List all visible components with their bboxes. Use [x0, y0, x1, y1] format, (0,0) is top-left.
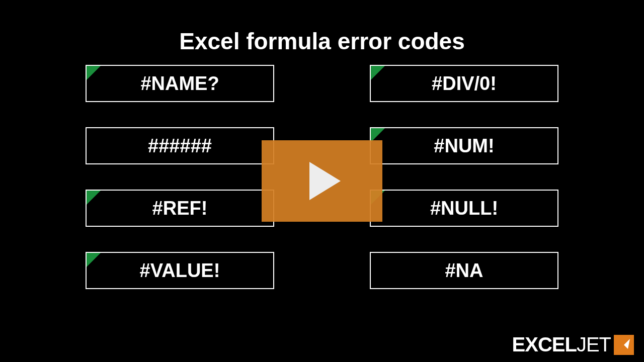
error-label: ###### — [148, 135, 212, 157]
error-label: #NUM! — [434, 135, 494, 157]
error-label: #REF! — [152, 198, 208, 219]
play-icon — [309, 162, 341, 200]
error-label: #NAME? — [140, 73, 219, 95]
error-flag-icon — [87, 191, 101, 205]
error-flag-icon — [371, 66, 385, 80]
error-cell-name: #NAME? — [86, 65, 274, 102]
error-cell-null: #NULL! — [370, 190, 558, 227]
error-label: #VALUE! — [140, 260, 220, 282]
error-label: #DIV/0! — [432, 73, 497, 95]
error-cell-ref: #REF! — [86, 190, 274, 227]
error-cell-div0: #DIV/0! — [370, 65, 558, 102]
error-flag-icon — [87, 66, 101, 80]
brand-text: EXCELJET — [512, 333, 611, 356]
error-label: #NA — [445, 260, 483, 282]
error-label: #NULL! — [430, 198, 498, 219]
brand-text-bold: EXCEL — [512, 333, 577, 355]
error-cell-hash: ###### — [86, 127, 274, 164]
page-title: Excel formula error codes — [0, 0, 644, 65]
brand-logo: EXCELJET — [512, 333, 634, 356]
error-cell-na: #NA — [370, 252, 558, 289]
error-flag-icon — [87, 253, 101, 267]
brand-arrow-icon — [614, 335, 634, 355]
error-cell-value: #VALUE! — [86, 252, 274, 289]
svg-marker-0 — [618, 339, 630, 351]
brand-text-thin: JET — [577, 333, 611, 355]
play-button[interactable] — [262, 140, 382, 222]
error-cell-num: #NUM! — [370, 127, 558, 164]
